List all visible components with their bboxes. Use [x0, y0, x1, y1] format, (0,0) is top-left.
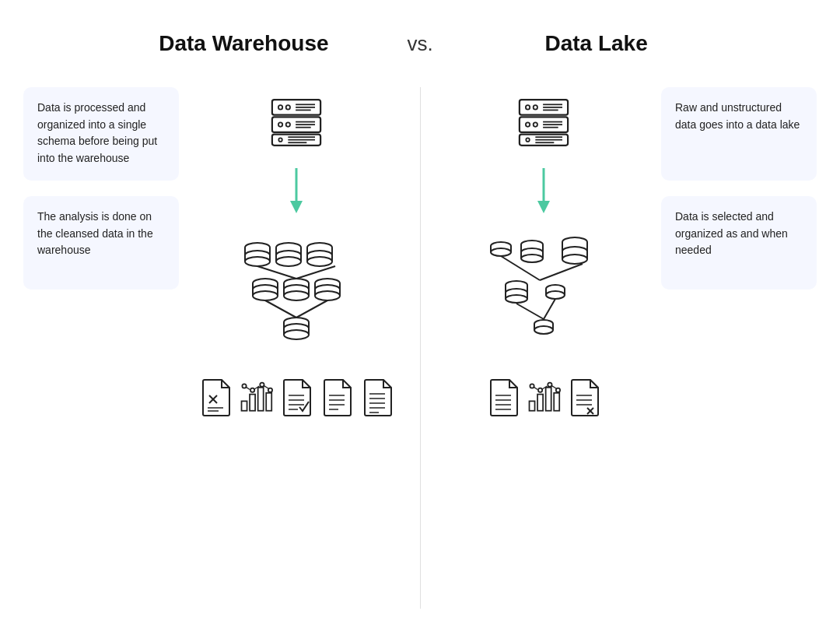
svg-point-67 — [284, 330, 309, 339]
header: Data Warehouse vs. Data Lake — [23, 31, 817, 56]
lake-diagram — [436, 87, 653, 609]
doc-icon-2 — [279, 378, 313, 417]
svg-line-62 — [296, 266, 335, 279]
svg-rect-77 — [250, 395, 255, 411]
warehouse-title: Data Warehouse — [142, 31, 345, 56]
svg-point-135 — [562, 255, 587, 264]
svg-point-84 — [260, 383, 264, 387]
svg-line-61 — [257, 266, 296, 279]
doc-icon-1 — [198, 378, 233, 417]
lake-doc-icon-1 — [486, 378, 520, 417]
warehouse-arrow — [287, 168, 306, 215]
svg-line-168 — [534, 387, 537, 390]
svg-line-158 — [544, 299, 555, 319]
warehouse-side: Data is processed and organized into a s… — [23, 87, 420, 609]
svg-line-71 — [296, 300, 327, 318]
svg-point-23 — [245, 257, 270, 266]
lake-server-icon — [513, 95, 575, 153]
svg-point-173 — [556, 388, 560, 392]
lake-info-column: Raw and unstructured data goes into a da… — [661, 87, 817, 609]
main-page: Data Warehouse vs. Data Lake Data is pro… — [0, 0, 840, 632]
svg-rect-78 — [257, 388, 263, 411]
warehouse-bottom-icons — [198, 378, 394, 417]
svg-marker-118 — [537, 201, 550, 213]
warehouse-top-card: Data is processed and organized into a s… — [23, 87, 179, 181]
svg-point-51 — [284, 291, 309, 300]
svg-point-82 — [250, 388, 254, 392]
svg-point-86 — [268, 388, 272, 392]
lake-title: Data Lake — [495, 31, 698, 56]
svg-point-142 — [506, 295, 527, 303]
svg-point-167 — [530, 384, 534, 388]
warehouse-server-icon — [265, 95, 327, 153]
svg-point-169 — [538, 388, 542, 392]
lake-side: Raw and unstructured data goes into a da… — [420, 87, 817, 609]
svg-point-121 — [491, 248, 511, 256]
vs-label: vs. — [407, 32, 432, 56]
content-area: Data is processed and organized into a s… — [23, 87, 817, 609]
doc-icon-4 — [360, 378, 394, 417]
svg-rect-164 — [537, 395, 543, 411]
bar-chart-icon — [239, 378, 273, 417]
svg-point-80 — [242, 384, 246, 388]
svg-point-44 — [253, 291, 278, 300]
doc-icon-3 — [320, 378, 354, 417]
svg-point-37 — [307, 257, 332, 266]
lake-funnel — [474, 230, 614, 355]
svg-rect-166 — [554, 393, 559, 411]
svg-point-147 — [546, 291, 565, 299]
svg-point-128 — [521, 255, 543, 262]
svg-point-58 — [315, 291, 340, 300]
lake-bar-chart-icon — [527, 378, 561, 417]
lake-bottom-icons — [486, 378, 601, 417]
svg-point-171 — [548, 383, 552, 387]
svg-rect-76 — [241, 401, 247, 410]
svg-rect-79 — [266, 393, 271, 411]
lake-doc-icon-2 — [567, 378, 601, 417]
svg-line-70 — [265, 300, 296, 318]
svg-line-81 — [246, 387, 250, 390]
svg-line-172 — [551, 385, 557, 388]
lake-bottom-card: Data is selected and organized as and wh… — [661, 196, 817, 290]
svg-line-151 — [540, 264, 583, 280]
svg-rect-165 — [546, 388, 551, 411]
svg-marker-18 — [290, 201, 303, 213]
svg-rect-163 — [530, 401, 535, 410]
svg-line-157 — [516, 304, 544, 319]
svg-point-30 — [276, 257, 301, 266]
svg-point-154 — [534, 326, 553, 334]
warehouse-info-column: Data is processed and organized into a s… — [23, 87, 179, 609]
lake-top-card: Raw and unstructured data goes into a da… — [661, 87, 817, 181]
lake-arrow — [534, 168, 553, 215]
warehouse-funnel — [226, 230, 366, 355]
warehouse-bottom-card: The analysis is done on the cleansed dat… — [23, 196, 179, 290]
svg-line-85 — [263, 385, 268, 388]
warehouse-diagram — [188, 87, 404, 609]
